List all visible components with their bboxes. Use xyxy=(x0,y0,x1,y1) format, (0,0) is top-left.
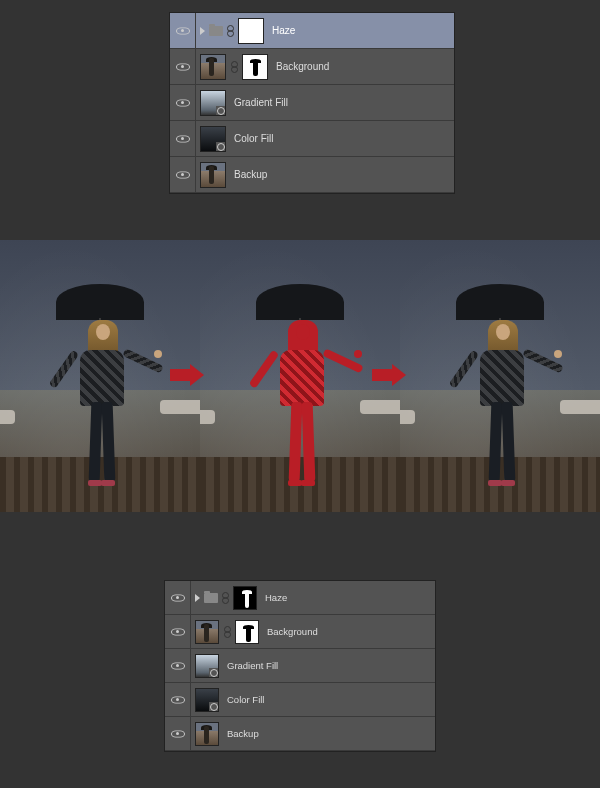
visibility-toggle[interactable] xyxy=(165,683,191,716)
layer-main[interactable]: Backup xyxy=(196,162,454,188)
umbrella-icon xyxy=(456,284,544,320)
layer-mask-thumbnail[interactable] xyxy=(235,620,259,644)
layer-name-label: Gradient Fill xyxy=(227,660,278,671)
layer-main[interactable]: Backup xyxy=(191,722,435,746)
layer-main[interactable]: Background xyxy=(191,620,435,644)
layer-thumbnail[interactable] xyxy=(195,654,219,678)
visibility-toggle[interactable] xyxy=(165,581,191,614)
arrow-right-icon xyxy=(372,364,406,386)
layer-row-background[interactable]: Background xyxy=(170,49,454,85)
layer-row-gradient-fill[interactable]: Gradient Fill xyxy=(165,649,435,683)
eye-icon xyxy=(176,134,190,144)
layers-panel-after[interactable]: Haze Background Gradient Fill Color Fill… xyxy=(164,580,436,752)
eye-icon xyxy=(171,695,185,705)
layer-row-backup[interactable]: Backup xyxy=(170,157,454,193)
visibility-toggle[interactable] xyxy=(170,121,196,156)
disclosure-triangle-icon[interactable] xyxy=(200,27,205,35)
layer-thumbnail[interactable] xyxy=(195,722,219,746)
layer-thumbnail[interactable] xyxy=(200,162,226,188)
eye-icon xyxy=(176,98,190,108)
layer-main[interactable]: Background xyxy=(196,54,454,80)
layer-mask-thumbnail[interactable] xyxy=(242,54,268,80)
subject-person xyxy=(474,302,526,482)
layer-thumbnail[interactable] xyxy=(195,620,219,644)
layers-panel-before[interactable]: Haze Background Gradient Fill Color Fill… xyxy=(169,12,455,194)
layer-main[interactable]: Haze xyxy=(191,586,435,610)
link-icon xyxy=(221,591,230,605)
layer-row-haze[interactable]: Haze xyxy=(165,581,435,615)
disclosure-triangle-icon[interactable] xyxy=(195,594,200,602)
umbrella-icon xyxy=(56,284,144,320)
eye-icon xyxy=(171,729,185,739)
layer-row-haze[interactable]: Haze xyxy=(170,13,454,49)
link-icon xyxy=(223,625,232,639)
layer-name-label: Background xyxy=(267,626,318,637)
subject-person-masked xyxy=(274,302,326,482)
layer-main[interactable]: Gradient Fill xyxy=(196,90,454,116)
visibility-toggle[interactable] xyxy=(165,649,191,682)
adjustment-icon xyxy=(216,106,226,116)
layer-name-label: Color Fill xyxy=(227,694,264,705)
layer-main[interactable]: Color Fill xyxy=(196,126,454,152)
layer-main[interactable]: Color Fill xyxy=(191,688,435,712)
layer-name-label: Color Fill xyxy=(234,133,273,144)
layer-thumbnail[interactable] xyxy=(195,688,219,712)
adjustment-icon xyxy=(209,702,219,712)
subject-person xyxy=(74,302,126,482)
visibility-toggle[interactable] xyxy=(170,157,196,192)
preview-sequence xyxy=(0,240,600,512)
layer-name-label: Gradient Fill xyxy=(234,97,288,108)
layer-row-color-fill[interactable]: Color Fill xyxy=(165,683,435,717)
layer-thumbnail[interactable] xyxy=(200,126,226,152)
eye-icon xyxy=(171,593,185,603)
visibility-toggle[interactable] xyxy=(165,615,191,648)
layer-row-backup[interactable]: Backup xyxy=(165,717,435,751)
layer-main[interactable]: Haze xyxy=(196,18,454,44)
visibility-toggle[interactable] xyxy=(170,49,196,84)
layer-row-color-fill[interactable]: Color Fill xyxy=(170,121,454,157)
layer-mask-thumbnail[interactable] xyxy=(233,586,257,610)
preview-frame-mask-overlay xyxy=(200,240,400,512)
link-icon xyxy=(230,60,239,74)
folder-icon xyxy=(204,593,218,603)
eye-icon xyxy=(176,26,190,36)
eye-icon xyxy=(171,661,185,671)
eye-icon xyxy=(171,627,185,637)
umbrella-icon xyxy=(256,284,344,320)
layer-thumbnail[interactable] xyxy=(200,90,226,116)
layer-mask-thumbnail[interactable] xyxy=(238,18,264,44)
visibility-toggle[interactable] xyxy=(170,13,196,48)
folder-icon xyxy=(209,26,223,36)
link-icon xyxy=(226,24,235,38)
adjustment-icon xyxy=(216,142,226,152)
layer-row-background[interactable]: Background xyxy=(165,615,435,649)
layer-name-label: Backup xyxy=(234,169,267,180)
preview-frame-after xyxy=(400,240,600,512)
eye-icon xyxy=(176,170,190,180)
visibility-toggle[interactable] xyxy=(165,717,191,750)
arrow-right-icon xyxy=(170,364,204,386)
layer-name-label: Haze xyxy=(272,25,295,36)
visibility-toggle[interactable] xyxy=(170,85,196,120)
layer-name-label: Haze xyxy=(265,592,287,603)
layer-name-label: Background xyxy=(276,61,329,72)
eye-icon xyxy=(176,62,190,72)
layer-name-label: Backup xyxy=(227,728,259,739)
layer-main[interactable]: Gradient Fill xyxy=(191,654,435,678)
layer-thumbnail[interactable] xyxy=(200,54,226,80)
adjustment-icon xyxy=(209,668,219,678)
layer-row-gradient-fill[interactable]: Gradient Fill xyxy=(170,85,454,121)
